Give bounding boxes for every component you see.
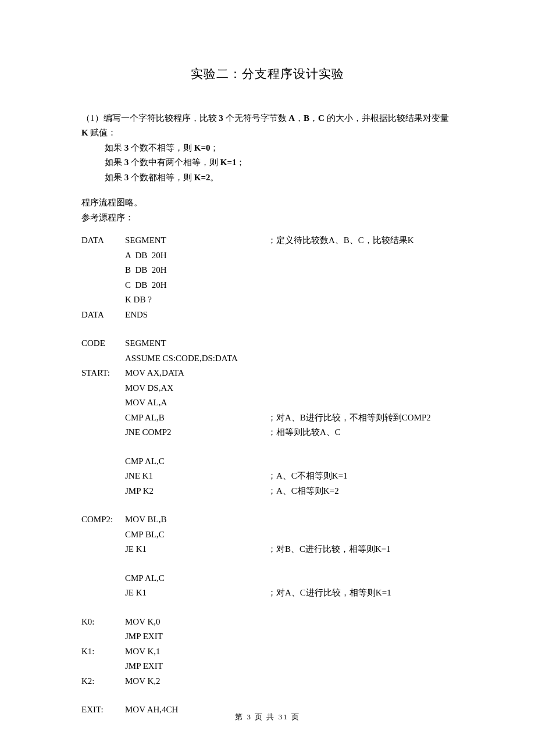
text-bold: K=0 — [194, 143, 211, 152]
code-label: K1: — [81, 644, 125, 659]
code-instruction: JE K1 — [125, 542, 268, 557]
code-instruction: MOV K,0 — [125, 615, 268, 630]
code-instruction: MOV AL,A — [125, 395, 268, 411]
code-line: A DB 20H — [81, 248, 454, 263]
page-footer: 第 3 页 共 31 页 — [0, 712, 535, 722]
code-comment: ；A、C不相等则K=1 — [268, 469, 454, 484]
code-instruction: B DB 20H — [125, 263, 268, 278]
text: 个数都相等，则 — [129, 173, 194, 182]
code-comment: ；A、C相等则K=2 — [268, 484, 454, 499]
condition-2: 如果 3 个数中有两个相等，则 K=1； — [81, 155, 454, 170]
blank-line — [81, 440, 454, 454]
code-label: K2: — [81, 674, 125, 689]
text: ； — [236, 158, 245, 167]
condition-3: 如果 3 个数都相等，则 K=2。 — [81, 170, 454, 186]
text: 个数不相等，则 — [129, 143, 194, 152]
question-paragraph: （1）编写一个字符比较程序，比较 3 个无符号字节数 A，B，C 的大小，并根据… — [81, 111, 454, 141]
code-label: START: — [81, 366, 125, 381]
code-line: JMP K2；A、C相等则K=2 — [81, 484, 454, 499]
code-instruction: SEGMENT — [125, 336, 268, 351]
code-comment: ；对A、B进行比较，不相等则转到COMP2 — [268, 411, 454, 426]
code-line: K DB ? — [81, 293, 454, 308]
code-listing: DATASEGMENT；定义待比较数A、B、C，比较结果KA DB 20HB D… — [81, 233, 454, 718]
code-instruction: CMP AL,C — [125, 454, 268, 469]
text: 个无符号字节数 — [223, 113, 289, 123]
reference-label: 参考源程序： — [81, 211, 454, 226]
text-bold: K=2 — [194, 173, 211, 182]
code-line: START:MOV AX,DATA — [81, 366, 454, 381]
code-line: JE K1；对A、C进行比较，相等则K=1 — [81, 586, 454, 601]
code-instruction: SEGMENT — [125, 233, 268, 248]
code-instruction: A DB 20H — [125, 248, 268, 263]
text: 如果 — [105, 173, 124, 182]
text: 。 — [210, 173, 219, 182]
code-line: CMP AL,B；对A、B进行比较，不相等则转到COMP2 — [81, 411, 454, 426]
text: 如果 — [105, 158, 124, 167]
code-instruction: ENDS — [125, 308, 268, 323]
code-instruction: C DB 20H — [125, 278, 268, 293]
code-label: DATA — [81, 233, 125, 248]
code-line: K1:MOV K,1 — [81, 644, 454, 659]
blank-line — [81, 689, 454, 702]
code-instruction: JE K1 — [125, 586, 268, 601]
code-instruction: MOV DS,AX — [125, 381, 268, 396]
blank-line — [81, 601, 454, 615]
text: 的大小，并根据比较结果对变量 — [324, 113, 449, 123]
blank-line — [81, 498, 454, 512]
code-instruction: MOV K,2 — [125, 674, 268, 689]
text-bold: K=1 — [220, 158, 237, 167]
text: ， — [295, 113, 304, 123]
page-content: 实验二：分支程序设计实验 （1）编写一个字符比较程序，比较 3 个无符号字节数 … — [0, 0, 535, 718]
code-comment: ；定义待比较数A、B、C，比较结果K — [268, 233, 454, 248]
text-bold: A — [288, 113, 295, 123]
text: ， — [309, 113, 318, 123]
code-instruction: CMP AL,B — [125, 411, 268, 426]
code-line: COMP2:MOV BL,B — [81, 512, 454, 527]
condition-1: 如果 3 个数不相等，则 K=0； — [81, 141, 454, 156]
code-label: K0: — [81, 615, 125, 630]
code-instruction: ASSUME CS:CODE,DS:DATA — [125, 351, 268, 366]
document-title: 实验二：分支程序设计实验 — [81, 64, 454, 85]
code-comment: ；对A、C进行比较，相等则K=1 — [268, 586, 454, 601]
text-bold: C — [318, 113, 324, 123]
code-instruction: JNE COMP2 — [125, 425, 268, 440]
code-line: DATASEGMENT；定义待比较数A、B、C，比较结果K — [81, 233, 454, 248]
text: 个数中有两个相等，则 — [129, 158, 220, 167]
code-instruction: MOV BL,B — [125, 512, 268, 527]
code-label: DATA — [81, 308, 125, 323]
code-instruction: JMP K2 — [125, 484, 268, 499]
code-line: CMP BL,C — [81, 527, 454, 543]
code-line: CODESEGMENT — [81, 336, 454, 351]
code-line: CMP AL,C — [81, 571, 454, 586]
flow-note: 程序流程图略。 — [81, 195, 454, 211]
text: ； — [210, 143, 219, 152]
code-instruction: JMP EXIT — [125, 629, 268, 644]
code-line: MOV DS,AX — [81, 381, 454, 396]
code-line: JE K1；对B、C进行比较，相等则K=1 — [81, 542, 454, 557]
text-bold: K — [81, 128, 88, 137]
code-line: K2:MOV K,2 — [81, 674, 454, 689]
code-instruction: K DB ? — [125, 293, 268, 308]
code-comment: ；相等则比较A、C — [268, 425, 454, 440]
code-comment: ；对B、C进行比较，相等则K=1 — [268, 542, 454, 557]
code-line: C DB 20H — [81, 278, 454, 293]
code-line: ASSUME CS:CODE,DS:DATA — [81, 351, 454, 366]
text-bold: B — [304, 113, 309, 123]
text: （1）编写一个字符比较程序，比较 — [81, 113, 219, 123]
code-instruction: MOV AX,DATA — [125, 366, 268, 381]
text: 赋值： — [88, 128, 117, 137]
blank-line — [81, 557, 454, 571]
code-instruction: CMP AL,C — [125, 571, 268, 586]
code-instruction: MOV K,1 — [125, 644, 268, 659]
code-label: CODE — [81, 336, 125, 351]
blank-line — [81, 322, 454, 336]
code-line: JNE K1；A、C不相等则K=1 — [81, 469, 454, 484]
code-line: JMP EXIT — [81, 659, 454, 674]
code-line: JMP EXIT — [81, 629, 454, 644]
code-line: JNE COMP2；相等则比较A、C — [81, 425, 454, 440]
code-line: DATAENDS — [81, 308, 454, 323]
code-label: COMP2: — [81, 512, 125, 527]
code-line: B DB 20H — [81, 263, 454, 278]
code-line: K0:MOV K,0 — [81, 615, 454, 630]
code-instruction: JNE K1 — [125, 469, 268, 484]
